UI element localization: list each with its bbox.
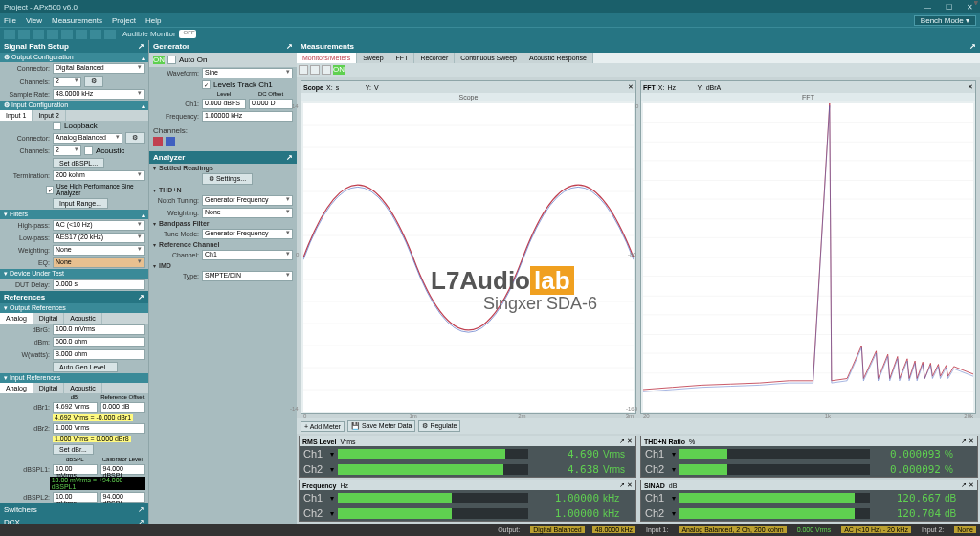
autoon-check[interactable] [167, 56, 176, 64]
scope-x-unit[interactable]: s [336, 84, 363, 91]
cal1-input[interactable]: 94.000 dBSPL [100, 464, 145, 475]
dbrg-input[interactable]: 100.0 mVrms [53, 324, 145, 335]
bpf-group[interactable]: Bandpass Filter [149, 219, 297, 228]
iref-digital-tab[interactable]: Digital [33, 383, 64, 393]
rms-unit-select[interactable]: Vrms [340, 438, 374, 445]
scope-plot[interactable]: 14 0 -14 0 1m 2m 3m [303, 103, 634, 412]
sinad-undock-icon[interactable]: ↗ ✕ [961, 481, 974, 489]
in-refs-header[interactable]: ▾ Input References [0, 373, 148, 383]
minimize-icon[interactable]: — [921, 3, 934, 11]
out-channels-select[interactable]: 2 [53, 77, 81, 87]
set-dbspl-button[interactable]: Set dBSPL... [53, 158, 104, 168]
gen-on-toggle[interactable]: ON [153, 56, 165, 64]
dbr1-input[interactable]: 4.692 Vrms [53, 402, 98, 413]
termination-select[interactable]: 200 kohm [53, 170, 145, 181]
ana-weight-select[interactable]: None [202, 208, 293, 218]
ana-undock-icon[interactable]: ↗ [286, 153, 293, 162]
iref-analog-tab[interactable]: Analog [0, 383, 33, 393]
mtb-3[interactable] [322, 65, 331, 75]
gen-ch2-enable[interactable] [166, 137, 175, 146]
tb-new-icon[interactable] [4, 30, 15, 39]
in-channels-select[interactable]: 2 [53, 145, 81, 156]
mtb-1[interactable] [299, 65, 308, 75]
output-config-header[interactable]: ⚙ Output Configuration▴ [0, 53, 148, 62]
watts-input[interactable]: 8.000 ohm [53, 349, 145, 360]
acoustic-check[interactable] [84, 146, 93, 155]
tab-recorder[interactable]: Recorder [414, 53, 455, 63]
settled-group[interactable]: Settled Readings [149, 164, 297, 172]
tb-cut-icon[interactable] [76, 30, 87, 39]
track-check[interactable]: ✓ [202, 80, 211, 89]
scope-close-icon[interactable]: ✕ [628, 83, 634, 91]
oref-analog-tab[interactable]: Analog [0, 313, 33, 324]
refoffset-input[interactable]: 0.000 dB [100, 402, 145, 413]
menu-measurements[interactable]: Measurements [52, 16, 102, 25]
dcx-panel[interactable]: DCX↗ [0, 516, 148, 524]
tb-undo-icon[interactable] [47, 30, 58, 39]
sps-undock-icon[interactable]: ↗ [138, 42, 145, 51]
gen-ch1-enable[interactable] [153, 137, 163, 146]
refch-group[interactable]: Reference Channel [149, 240, 297, 249]
filters-header[interactable]: ▾ Filters▴ [0, 210, 148, 219]
fft-x-unit[interactable]: Hz [667, 84, 694, 91]
menu-help[interactable]: Help [145, 16, 161, 25]
thdn-undock-icon[interactable]: ↗ ✕ [961, 437, 974, 445]
spl1-input[interactable]: 10.00 mVrms [53, 464, 98, 475]
sample-rate-select[interactable]: 48.0000 kHz [53, 89, 145, 100]
notch-select[interactable]: Generator Frequency [202, 195, 293, 206]
weighting-select[interactable]: None [53, 245, 145, 256]
lowpass-select[interactable]: AES17 (20 kHz) [53, 233, 145, 243]
tb-paste-icon[interactable] [104, 30, 116, 39]
regulate-button[interactable]: ⚙ Regulate [418, 420, 460, 432]
eq-select[interactable]: None [53, 257, 145, 268]
save-meter-button[interactable]: 💾 Save Meter Data [347, 420, 415, 432]
sinad-unit-select[interactable]: dB [669, 482, 703, 489]
waveform-select[interactable]: Sine [202, 68, 293, 78]
imd-type-select[interactable]: SMPTE/DIN [202, 271, 293, 281]
imd-group[interactable]: IMD [149, 261, 297, 270]
out-connector-select[interactable]: Digital Balanced [53, 63, 145, 74]
input1-tab[interactable]: Input 1 [0, 110, 33, 121]
gen-ch1-dc[interactable]: 0.000 D [249, 99, 293, 109]
mtb-2[interactable] [310, 65, 320, 75]
meas-undock-icon[interactable]: ↗ [969, 42, 976, 51]
maximize-icon[interactable]: ☐ [942, 3, 955, 11]
tab-contsweep[interactable]: Continuous Sweep [455, 53, 523, 63]
dbr2-input[interactable]: 1.000 Vrms [53, 423, 145, 434]
out-refs-header[interactable]: ▾ Output References [0, 303, 148, 313]
menu-file[interactable]: File [4, 16, 16, 25]
hpsine-check[interactable]: ✓ [46, 186, 54, 194]
scope-y-unit[interactable]: V [374, 84, 401, 91]
fft-close-icon[interactable]: ✕ [968, 83, 973, 91]
autogen-button[interactable]: Auto Gen Level... [53, 362, 118, 372]
in-connector-select[interactable]: Analog Balanced [53, 133, 122, 144]
settings-button[interactable]: ⚙ Settings... [202, 173, 253, 185]
add-meter-button[interactable]: + Add Meter [301, 421, 345, 432]
gen-ch1-level[interactable]: 0.000 dBFS [202, 99, 246, 109]
menu-view[interactable]: View [26, 16, 42, 25]
switchers-panel[interactable]: Switchers↗ [0, 503, 148, 516]
refch-select[interactable]: Ch1 [202, 250, 293, 260]
dut-header[interactable]: ▾ Device Under Test [0, 269, 148, 279]
oref-digital-tab[interactable]: Digital [33, 313, 64, 324]
setdbr-button[interactable]: Set dBr... [53, 444, 94, 455]
in-conn-config-icon[interactable]: ⚙ [125, 132, 145, 144]
loopback-check[interactable] [53, 122, 61, 130]
dbm-input[interactable]: 600.0 ohm [53, 337, 145, 347]
thdn-group[interactable]: THD+N [149, 186, 297, 194]
tb-open-icon[interactable] [18, 30, 30, 39]
tab-monitors[interactable]: Monitors/Meters [297, 53, 357, 63]
freq-undock-icon[interactable]: ↗ ✕ [619, 481, 633, 489]
mode-select[interactable]: Bench Mode ▾ [914, 15, 976, 26]
tab-sweep[interactable]: Sweep [357, 53, 390, 63]
cal2-input[interactable]: 94.000 dBSPL [100, 492, 145, 502]
oref-acoustic-tab[interactable]: Acoustic [64, 313, 101, 324]
audible-toggle[interactable]: OFF [179, 30, 196, 38]
fft-y-unit[interactable]: dBrA [706, 84, 739, 91]
fft-plot[interactable]: 0 -80 -160 20 1k 20k [643, 103, 973, 412]
dut-delay-input[interactable]: 0.000 s [53, 279, 145, 290]
refs-undock-icon[interactable]: ↗ [138, 293, 145, 302]
input-range-button[interactable]: Input Range... [53, 198, 108, 209]
tab-fft[interactable]: FFT [390, 53, 415, 63]
freq-unit-select[interactable]: Hz [340, 482, 374, 489]
